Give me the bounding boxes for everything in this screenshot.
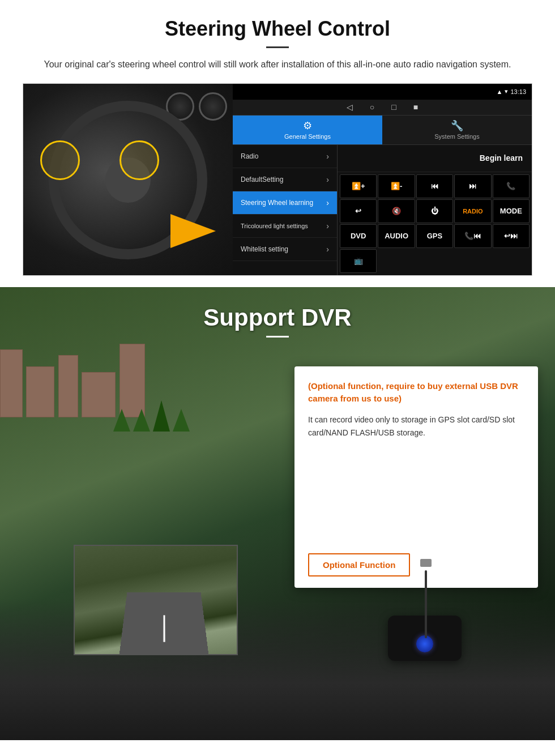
tree-4 [173, 409, 190, 432]
dvr-inset-photo [74, 545, 238, 655]
dvr-optional-text: (Optional function, require to buy exter… [308, 380, 524, 405]
steering-subtitle: Your original car's steering wheel contr… [34, 57, 521, 72]
tab-system-label: System Settings [434, 133, 479, 140]
ctrl-mute[interactable]: 🔇 [378, 199, 415, 223]
ctrl-gps[interactable]: GPS [416, 224, 453, 248]
tab-general-settings[interactable]: ⚙ General Settings [233, 116, 382, 144]
nav-back[interactable]: ◁ [347, 102, 353, 112]
settings-right-panel: Begin learn ⏫+ ⏫- ⏮ ⏭ 📞 ↩ 🔇 ⏻ RADIO MODE [338, 145, 532, 275]
ctrl-radio[interactable]: RADIO [454, 199, 491, 223]
inset-road [119, 592, 209, 655]
menu-item-default[interactable]: DefaultSetting › [233, 168, 337, 191]
ctrl-mode[interactable]: MODE [493, 199, 530, 223]
control-buttons-grid: ⏫+ ⏫- ⏮ ⏭ 📞 ↩ 🔇 ⏻ RADIO MODE DVD AUDIO G… [338, 172, 532, 275]
ctrl-vol-down[interactable]: ⏫- [378, 174, 415, 198]
begin-learn-button[interactable]: Begin learn [480, 153, 523, 163]
menu-item-radio[interactable]: Radio › [233, 145, 337, 168]
arrow-annotation [170, 208, 227, 254]
settings-content: Radio › DefaultSetting › Steering Wheel … [233, 145, 532, 275]
trees-area [113, 400, 190, 432]
highlight-right [119, 140, 159, 180]
nav-recent[interactable]: □ [391, 102, 396, 112]
title-divider [266, 46, 289, 48]
usb-plug [420, 559, 432, 567]
ctrl-audio[interactable]: AUDIO [378, 224, 415, 248]
status-icons: ▲ ▾ 13:13 [497, 88, 526, 95]
ctrl-prev[interactable]: ⏮ [416, 174, 453, 198]
dvr-title: Support DVR [23, 304, 532, 331]
menu-radio-label: Radio [241, 152, 258, 160]
building-4 [82, 372, 116, 417]
ui-mockup: ▲ ▾ 13:13 ◁ ○ □ ■ ⚙ General Settings 🔧 [23, 83, 532, 276]
general-settings-icon: ⚙ [303, 119, 312, 132]
tree-2 [133, 409, 150, 432]
wifi-icon: ▾ [505, 88, 508, 95]
chevron-icon: › [326, 152, 329, 161]
steering-section: Steering Wheel Control Your original car… [0, 0, 555, 287]
system-settings-icon: 🔧 [451, 119, 463, 132]
chevron-icon-3: › [326, 198, 329, 207]
inset-road-line [163, 615, 165, 642]
ctrl-next[interactable]: ⏭ [454, 174, 491, 198]
chevron-icon-4: › [326, 221, 329, 230]
dvr-header: Support DVR [0, 287, 555, 349]
menu-item-tricolour[interactable]: Tricoloured light settings › [233, 215, 337, 238]
settings-menu: Radio › DefaultSetting › Steering Wheel … [233, 145, 338, 275]
time-display: 13:13 [510, 88, 526, 95]
tricolour-row: Tricoloured light settings › [241, 221, 329, 230]
building-1 [0, 349, 23, 417]
gauge-rpm [199, 92, 227, 121]
menu-tricolour-label: Tricoloured light settings [241, 223, 308, 229]
menu-item-whitelist[interactable]: Whitelist setting › [233, 238, 337, 261]
camera-cable [425, 570, 427, 638]
ctrl-hang-next[interactable]: ↩⏭ [493, 224, 530, 248]
steering-photo [23, 84, 233, 276]
android-statusbar: ▲ ▾ 13:13 [233, 84, 532, 100]
begin-learn-area: Begin learn [338, 145, 532, 172]
settings-tabs: ⚙ General Settings 🔧 System Settings [233, 116, 532, 145]
steering-wheel-bg [23, 84, 233, 276]
building-3 [58, 355, 78, 417]
signal-icon: ▲ [497, 88, 503, 95]
ctrl-call[interactable]: 📞 [493, 174, 530, 198]
dvr-divider [266, 336, 289, 338]
nav-home[interactable]: ○ [370, 102, 374, 112]
android-navbar: ◁ ○ □ ■ [233, 100, 532, 116]
tab-system-settings[interactable]: 🔧 System Settings [382, 116, 532, 144]
ctrl-dvd[interactable]: DVD [340, 224, 377, 248]
ctrl-vol-up[interactable]: ⏫+ [340, 174, 377, 198]
tree-3 [153, 400, 170, 432]
menu-default-label: DefaultSetting [241, 176, 283, 183]
highlight-left [40, 140, 80, 180]
ctrl-hangup[interactable]: ↩ [340, 199, 377, 223]
ctrl-extra[interactable]: 📺 [340, 249, 377, 273]
ctrl-call-prev[interactable]: 📞⏮ [454, 224, 491, 248]
menu-whitelist-label: Whitelist setting [241, 245, 288, 253]
steering-title: Steering Wheel Control [23, 17, 532, 41]
dvr-description: It can record video only to storage in G… [308, 413, 524, 441]
menu-item-steering-learn[interactable]: Steering Wheel learning › [233, 191, 337, 215]
dvr-camera-illustration [317, 559, 532, 684]
chevron-icon-2: › [326, 175, 329, 184]
tab-general-label: General Settings [284, 133, 331, 140]
tree-1 [113, 409, 130, 432]
nav-menu[interactable]: ■ [413, 102, 418, 112]
building-2 [26, 366, 54, 417]
android-ui-panel: ▲ ▾ 13:13 ◁ ○ □ ■ ⚙ General Settings 🔧 [233, 84, 532, 275]
dvr-info-box: (Optional function, require to buy exter… [294, 366, 538, 588]
chevron-icon-5: › [326, 245, 329, 254]
arrow-body [170, 214, 216, 248]
menu-steering-label: Steering Wheel learning [241, 199, 313, 207]
ctrl-power[interactable]: ⏻ [416, 199, 453, 223]
dvr-section: Support DVR (Optional function, require … [0, 287, 555, 740]
